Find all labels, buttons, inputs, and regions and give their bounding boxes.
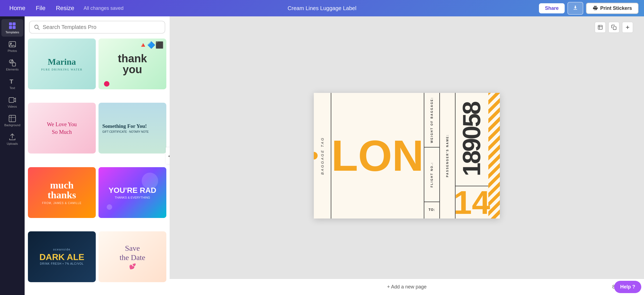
template-card-sub: GIFT CERTIFICATE · NOTARY NOTE [102, 130, 149, 133]
list-item[interactable]: Marina PURE DRINKING WATER [28, 39, 96, 89]
destination-text: LON [331, 134, 424, 178]
elements-icon [8, 59, 16, 67]
baggage-tag-text: BAGGAGE TAG [320, 137, 324, 175]
svg-point-11 [35, 25, 38, 28]
svg-rect-1 [13, 22, 16, 25]
destination-column: LON [331, 93, 424, 219]
hole-indicator [314, 152, 318, 160]
template-card-text: thankyou [118, 53, 147, 75]
print-icon [593, 5, 598, 11]
home-button[interactable]: Home [5, 3, 29, 13]
baggage-tag-column: BAGGAGE TAG [314, 93, 331, 219]
flight-number: 14 [454, 184, 490, 219]
saved-status: All changes saved [83, 5, 123, 11]
template-card-sub: oceanside [53, 248, 71, 251]
search-icon [34, 24, 40, 30]
luggage-label-wrap[interactable]: BAGGAGE TAG LON WEIGHT OF BAGGAGE: FLIGH… [314, 93, 500, 219]
canvas-toolbar [595, 22, 633, 33]
template-card-text: muchthanks [48, 180, 76, 200]
template-card-info: DRINK FRESH • 7% ALC/VOL [40, 262, 84, 265]
list-item[interactable]: muchthanks FROM, JAMES & CAMILLE [28, 167, 96, 218]
list-item[interactable]: oceanside DARK ALE DRINK FRESH • 7% ALC/… [28, 231, 96, 282]
svg-rect-0 [9, 22, 12, 25]
templates-icon [8, 22, 16, 30]
passenger-column: PASSENGER'S NAME: [440, 93, 456, 219]
number-column: 189058 14 [456, 93, 488, 219]
frame-icon [597, 25, 603, 30]
svg-text:T: T [10, 78, 13, 85]
copy-button[interactable] [608, 22, 619, 33]
background-label: Background [4, 123, 21, 127]
svg-rect-7 [12, 63, 16, 66]
list-item[interactable]: We Love YouSo Much [28, 103, 96, 154]
list-item[interactable]: YOU'RE RAD THANKS & EVERYTHING [98, 167, 166, 218]
navbar: Home File Resize All changes saved Cream… [0, 0, 644, 16]
info-column: WEIGHT OF BAGGAGE: FLIGHT NO.: TO: [424, 93, 440, 219]
search-input-wrap [29, 21, 165, 34]
add-page-button[interactable]: + Add a new page [387, 284, 427, 290]
template-card-sub: FROM, JAMES & CAMILLE [42, 202, 82, 205]
help-button[interactable]: Help ? [614, 281, 641, 293]
collapse-panel-button[interactable]: ◀ [166, 148, 170, 164]
sidebar-item-uploads[interactable]: Uploads [1, 131, 23, 148]
photos-icon [8, 40, 16, 48]
list-item[interactable]: Something For You! GIFT CERTIFICATE · NO… [98, 103, 166, 154]
download-button[interactable] [567, 2, 583, 15]
passenger-label: PASSENGER'S NAME: [446, 134, 449, 177]
uploads-label: Uploads [7, 142, 18, 145]
sidebar-item-background[interactable]: Background [1, 112, 23, 129]
add-button[interactable] [622, 22, 633, 33]
svg-rect-2 [9, 26, 12, 29]
flight-section: FLIGHT NO.: [424, 148, 439, 202]
search-input[interactable] [43, 24, 160, 30]
template-card-text: We Love YouSo Much [47, 120, 77, 136]
template-card-text: DARK ALE [39, 252, 84, 262]
number-text: 189058 [458, 102, 486, 176]
to-label: TO: [429, 208, 435, 212]
photos-label: Photos [8, 49, 17, 52]
svg-line-12 [38, 28, 39, 30]
sidebar-item-text[interactable]: T Text [1, 75, 23, 92]
print-button[interactable]: Print Stickers [586, 3, 639, 14]
document-title: Cream Lines Luggage Label [288, 5, 356, 11]
resize-button[interactable]: Resize [52, 3, 78, 13]
templates-panel: Marina PURE DRINKING WATER thankyou 🔺🔷⬛ … [25, 16, 170, 295]
template-card-text: Marina [48, 57, 76, 67]
collapse-icon: ◀ [168, 153, 170, 158]
share-button[interactable]: Share [539, 3, 565, 13]
flight-label: FLIGHT NO.: [430, 162, 433, 187]
videos-icon [8, 96, 16, 104]
text-label: Text [10, 86, 15, 90]
svg-rect-13 [598, 25, 602, 30]
sidebar-item-templates[interactable]: Templates [1, 19, 23, 37]
file-button[interactable]: File [32, 3, 49, 13]
template-card-sub: PURE DRINKING WATER [41, 68, 82, 71]
list-item[interactable]: thankyou 🔺🔷⬛ [98, 39, 166, 89]
text-icon: T [8, 78, 16, 85]
to-section: TO: [424, 202, 439, 219]
sidebar-item-photos[interactable]: Photos [1, 38, 23, 55]
main-layout: Templates Photos Elements T Text [0, 16, 644, 295]
frame-button[interactable] [595, 22, 606, 33]
add-icon [625, 25, 630, 30]
canvas-area: BAGGAGE TAG LON WEIGHT OF BAGGAGE: FLIGH… [170, 16, 644, 295]
sidebar-item-elements[interactable]: Elements [1, 56, 23, 74]
canvas-bottom-bar: + Add a new page 86% Help ? [170, 279, 644, 295]
elements-label: Elements [6, 68, 19, 71]
svg-point-5 [10, 43, 12, 44]
sidebar-item-videos[interactable]: Videos [1, 93, 23, 111]
nav-actions: Share Print Stickers [539, 2, 639, 15]
uploads-icon [8, 133, 16, 141]
svg-rect-16 [613, 27, 616, 30]
template-card-text: Something For You! [102, 123, 147, 129]
weight-section: WEIGHT OF BAGGAGE: [424, 93, 439, 148]
background-icon [8, 115, 16, 122]
weight-label: WEIGHT OF BAGGAGE: [430, 97, 433, 143]
svg-rect-3 [13, 26, 16, 29]
template-card-text: Savethe Date [120, 244, 145, 262]
luggage-label: BAGGAGE TAG LON WEIGHT OF BAGGAGE: FLIGH… [314, 93, 500, 219]
download-icon [572, 5, 578, 11]
sidebar: Templates Photos Elements T Text [0, 16, 25, 295]
copy-icon [611, 25, 617, 30]
list-item[interactable]: Savethe Date 💕 [98, 231, 166, 282]
